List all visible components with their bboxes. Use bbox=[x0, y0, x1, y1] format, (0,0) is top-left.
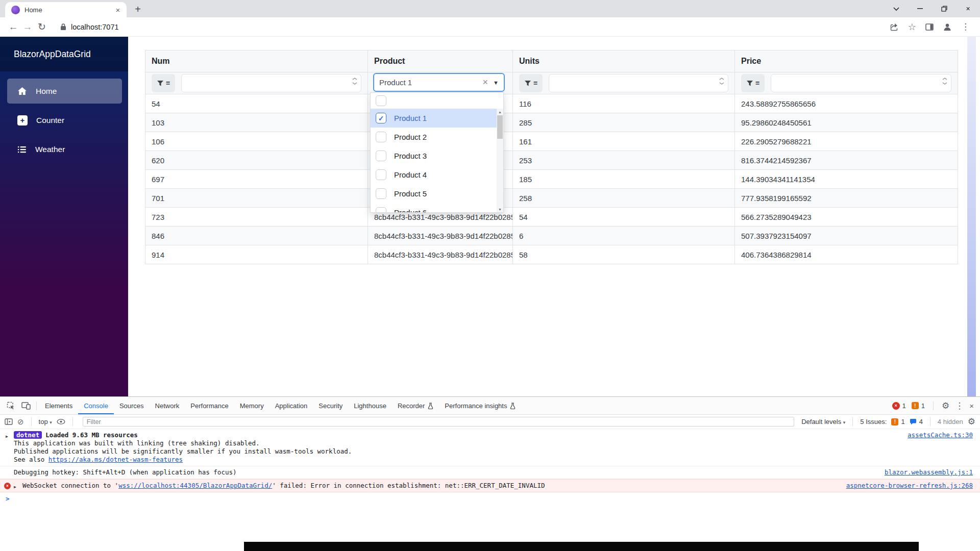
product-filter-select[interactable]: Product 1 × ▼ bbox=[373, 73, 505, 92]
sidebar-item-home[interactable]: Home bbox=[7, 79, 122, 104]
column-header-product[interactable]: Product bbox=[368, 51, 513, 72]
settings-gear-icon[interactable]: ⚙ bbox=[942, 400, 949, 411]
profile-avatar-icon[interactable] bbox=[943, 22, 952, 31]
data-grid: Num Product Units Price = bbox=[145, 50, 958, 264]
devtools-menu-icon[interactable]: ⋮ bbox=[955, 400, 964, 411]
address-bar[interactable]: localhost:7071 bbox=[60, 23, 890, 31]
source-link[interactable]: aspnetcore-browser-refresh.js:268 bbox=[846, 482, 973, 490]
bookmark-star-icon[interactable]: ☆ bbox=[908, 21, 916, 33]
option-product-3[interactable]: Product 3 bbox=[371, 146, 503, 165]
hidden-messages-label[interactable]: 4 hidden bbox=[938, 418, 963, 425]
devtools-close-icon[interactable]: × bbox=[969, 402, 974, 410]
number-spinners[interactable] bbox=[942, 78, 947, 85]
browser-tab[interactable]: Home × bbox=[5, 2, 127, 17]
restore-button[interactable] bbox=[932, 0, 956, 17]
page-scrollbar[interactable] bbox=[967, 37, 976, 396]
tab-lighthouse[interactable]: Lighthouse bbox=[348, 397, 392, 414]
column-header-price[interactable]: Price bbox=[735, 51, 958, 72]
tab-network[interactable]: Network bbox=[150, 397, 185, 414]
console-settings-gear-icon[interactable]: ⚙ bbox=[968, 416, 975, 427]
source-link[interactable]: assetsCache.ts:30 bbox=[908, 431, 973, 439]
price-filter-input[interactable] bbox=[771, 74, 951, 92]
context-selector[interactable]: top ▾ bbox=[39, 418, 52, 425]
units-filter-operator-button[interactable]: = bbox=[519, 74, 543, 92]
scroll-up-icon[interactable]: ▲ bbox=[497, 109, 503, 115]
inspect-element-icon[interactable] bbox=[3, 397, 18, 414]
close-window-button[interactable]: × bbox=[956, 0, 980, 17]
dropdown-scrollbar[interactable]: ▲ ▼ bbox=[497, 109, 503, 212]
column-header-num[interactable]: Num bbox=[145, 51, 368, 72]
tab-application[interactable]: Application bbox=[270, 397, 313, 414]
clear-selection-icon[interactable]: × bbox=[483, 77, 488, 88]
num-filter-operator-button[interactable]: = bbox=[152, 74, 175, 92]
select-all-option[interactable] bbox=[371, 93, 503, 109]
scrollbar-thumb[interactable] bbox=[497, 115, 503, 139]
checkbox[interactable] bbox=[376, 132, 386, 142]
chevron-up-icon bbox=[352, 78, 357, 80]
checkbox[interactable] bbox=[376, 188, 386, 199]
checkbox[interactable] bbox=[376, 207, 386, 213]
issues-label[interactable]: 5 Issues: bbox=[860, 418, 887, 425]
option-product-6[interactable]: Product 6 bbox=[371, 203, 503, 213]
console-filter-input[interactable] bbox=[83, 417, 794, 427]
browser-menu-icon[interactable]: ⋮ bbox=[961, 21, 970, 32]
issues-warning-badge[interactable]: !1 bbox=[891, 418, 904, 425]
tab-elements[interactable]: Elements bbox=[39, 397, 78, 414]
expand-triangle-icon[interactable]: ▶ bbox=[14, 483, 16, 491]
option-product-2[interactable]: Product 2 bbox=[371, 128, 503, 146]
console-error-badge[interactable]: ×1 bbox=[892, 402, 906, 410]
checkbox[interactable] bbox=[376, 169, 386, 180]
units-filter-input[interactable] bbox=[549, 74, 728, 92]
tab-search-icon[interactable] bbox=[884, 0, 908, 17]
sidebar-item-weather[interactable]: Weather bbox=[7, 137, 122, 162]
option-product-1[interactable]: Product 1 bbox=[371, 109, 503, 128]
back-icon[interactable]: ← bbox=[6, 20, 20, 34]
number-spinners[interactable] bbox=[719, 78, 724, 85]
source-link[interactable]: blazor.webassembly.js:1 bbox=[885, 468, 973, 477]
chevron-down-icon bbox=[942, 82, 947, 85]
tab-close-icon[interactable]: × bbox=[113, 5, 122, 14]
expand-triangle-icon[interactable]: ▶ bbox=[6, 433, 8, 441]
price-filter-operator-button[interactable]: = bbox=[741, 74, 765, 92]
sidebar-item-counter[interactable]: + Counter bbox=[7, 108, 122, 133]
number-spinners[interactable] bbox=[352, 78, 357, 85]
issues-info-badge[interactable]: 4 bbox=[910, 418, 923, 425]
reload-icon[interactable]: ↻ bbox=[35, 20, 49, 34]
checkbox[interactable] bbox=[376, 151, 386, 161]
device-toolbar-icon[interactable] bbox=[18, 397, 34, 414]
share-icon[interactable] bbox=[890, 23, 899, 31]
funnel-icon bbox=[746, 80, 753, 87]
tab-sources[interactable]: Sources bbox=[114, 397, 150, 414]
table-row: 10328595.29860248450561 bbox=[145, 113, 958, 132]
tab-security[interactable]: Security bbox=[313, 397, 348, 414]
main-area: Num Product Units Price = bbox=[128, 37, 980, 396]
dropdown-caret-icon[interactable]: ▼ bbox=[493, 80, 499, 86]
forward-icon[interactable]: → bbox=[20, 20, 35, 34]
tab-recorder[interactable]: Recorder bbox=[392, 397, 439, 414]
clear-console-icon[interactable]: ⊘ bbox=[17, 417, 24, 427]
table-row: 8468cb44cf3-b331-49c3-9b83-9d14f22b02856… bbox=[145, 227, 958, 245]
side-panel-icon[interactable] bbox=[925, 23, 934, 31]
scroll-down-icon[interactable]: ▼ bbox=[497, 206, 503, 212]
console-warning-badge[interactable]: !1 bbox=[912, 402, 925, 410]
tab-performance-insights[interactable]: Performance insights bbox=[439, 397, 521, 414]
column-header-units[interactable]: Units bbox=[513, 51, 735, 72]
minimize-button[interactable] bbox=[908, 0, 932, 17]
message-text: Published applications will be significa… bbox=[14, 447, 973, 456]
option-product-4[interactable]: Product 4 bbox=[371, 165, 503, 184]
funnel-icon bbox=[157, 80, 164, 87]
console-sidebar-icon[interactable] bbox=[5, 418, 13, 425]
websocket-url-link[interactable]: wss://localhost:44305/BlazorAppDataGrid/ bbox=[118, 482, 272, 489]
tab-performance[interactable]: Performance bbox=[185, 397, 234, 414]
log-levels-selector[interactable]: Default levels ▾ bbox=[801, 418, 845, 425]
tab-memory[interactable]: Memory bbox=[234, 397, 270, 414]
console-prompt[interactable] bbox=[0, 492, 980, 503]
checkbox[interactable] bbox=[376, 95, 386, 106]
live-expression-eye-icon[interactable] bbox=[57, 419, 65, 424]
num-filter-input[interactable] bbox=[181, 74, 361, 92]
new-tab-button[interactable]: + bbox=[131, 2, 145, 16]
see-also-link[interactable]: https://aka.ms/dotnet-wasm-features bbox=[48, 456, 183, 463]
tab-console[interactable]: Console bbox=[78, 397, 114, 414]
option-product-5[interactable]: Product 5 bbox=[371, 184, 503, 203]
checkbox-checked[interactable] bbox=[376, 113, 386, 123]
